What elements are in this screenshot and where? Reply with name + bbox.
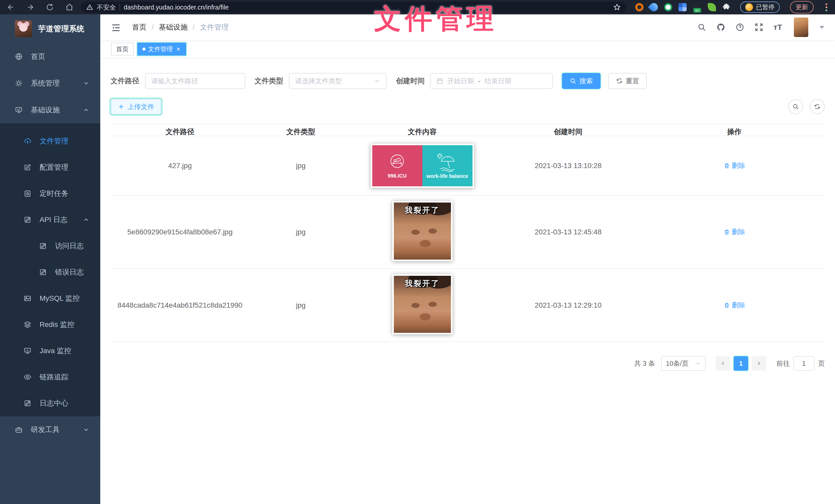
sidebar-item-label: Java 监控 — [40, 346, 71, 356]
meme-caption: 我裂开了 — [394, 205, 451, 216]
extension-on-icon[interactable]: on — [693, 3, 701, 12]
extension-grid-icon[interactable] — [678, 3, 687, 11]
breadcrumb-separator: / — [146, 23, 159, 31]
delete-button[interactable]: 删除 — [724, 228, 745, 236]
col-file-content: 文件内容 — [406, 124, 438, 139]
extension-leaf-icon[interactable] — [708, 3, 716, 11]
sidebar-item-label: 错误日志 — [55, 267, 84, 277]
search-icon[interactable] — [697, 23, 706, 31]
reset-button[interactable]: 重置 — [608, 73, 647, 89]
baby-meme-image: 我裂开了 — [394, 203, 451, 259]
sidebar-item-system[interactable]: 系统管理 — [0, 70, 100, 97]
prev-page-button[interactable] — [716, 356, 730, 371]
sidebar-item-label: 链路追踪 — [40, 372, 68, 382]
profile-paused-pill[interactable]: 已暂停 — [740, 2, 780, 13]
help-icon[interactable] — [735, 23, 744, 31]
sidebar-item-label: 首页 — [31, 52, 45, 61]
beach-umbrella-icon — [434, 152, 461, 172]
path-input[interactable] — [151, 77, 239, 85]
file-type-cell: jpg — [294, 225, 307, 239]
fullscreen-icon[interactable] — [755, 23, 763, 31]
sidebar-item-redis-monitor[interactable]: Redis 监控 — [0, 312, 100, 338]
github-icon[interactable] — [716, 23, 725, 31]
type-select[interactable]: 请选择文件类型 — [289, 73, 387, 89]
delete-button[interactable]: 删除 — [724, 161, 745, 170]
refresh-icon — [616, 78, 623, 84]
sidebar-item-api-log[interactable]: API 日志 — [0, 207, 100, 233]
breadcrumb-home[interactable]: 首页 — [132, 22, 146, 32]
sidebar-item-dev-tools[interactable]: 研发工具 — [0, 416, 100, 443]
forward-icon[interactable] — [26, 3, 35, 11]
close-icon[interactable] — [176, 46, 181, 52]
sidebar-item-scheduled-jobs[interactable]: 定时任务 — [0, 181, 100, 207]
extension-gear-icon[interactable] — [635, 3, 644, 11]
sidebar-item-log-center[interactable]: 日志中心 — [0, 390, 100, 416]
page-size-value: 10条/页 — [666, 359, 689, 368]
search-button[interactable]: 搜索 — [562, 73, 600, 89]
sidebar-item-access-log[interactable]: 访问日志 — [0, 233, 100, 259]
file-content-cell: 我裂开了 — [391, 272, 454, 339]
file-path-cell: 5e8609290e915c4fa8b08e67.jpg — [126, 225, 234, 239]
sidebar-item-config-manage[interactable]: 配置管理 — [0, 154, 100, 181]
breadcrumb-current: 文件管理 — [200, 22, 229, 32]
range-separator: - — [478, 77, 481, 85]
extensions-puzzle-icon[interactable] — [722, 3, 730, 11]
trash-icon — [724, 163, 730, 169]
sidebar-item-tracing[interactable]: 链路追踪 — [0, 364, 100, 390]
file-type-cell: jpg — [294, 159, 307, 172]
breadcrumb-infra[interactable]: 基础设施 — [159, 22, 188, 32]
upload-label: 上传文件 — [127, 102, 154, 111]
logo-avatar — [15, 20, 32, 37]
address-bar[interactable]: 不安全 dashboard.yudao.iocoder.cn/infra/fil… — [81, 2, 627, 13]
font-size-icon[interactable]: тT — [774, 23, 782, 31]
app-logo[interactable]: 芋道管理系统 — [0, 14, 100, 43]
col-file-type: 文件类型 — [285, 124, 317, 139]
extension-drop-icon[interactable] — [648, 1, 659, 13]
delete-button[interactable]: 删除 — [724, 301, 745, 310]
goto-page-input[interactable] — [793, 356, 814, 371]
sidebar-item-label: 日志中心 — [40, 398, 68, 408]
home-icon[interactable] — [65, 3, 74, 11]
browser-menu-icon[interactable] — [824, 2, 828, 12]
file-preview-image[interactable]: 996.ICU work-life balance — [371, 144, 474, 188]
sidebar-item-java-monitor[interactable]: Java 监控 — [0, 338, 100, 364]
tab-file-manage[interactable]: 文件管理 — [137, 43, 186, 56]
refresh-table-button[interactable] — [810, 99, 825, 114]
upload-file-button[interactable]: 上传文件 — [110, 99, 161, 114]
hamburger-icon[interactable] — [111, 23, 121, 31]
toggle-search-button[interactable] — [788, 99, 803, 114]
caret-down-icon[interactable] — [819, 26, 824, 29]
next-page-button[interactable] — [752, 356, 766, 371]
extension-check-icon[interactable] — [664, 3, 672, 11]
sidebar-item-home[interactable]: 首页 — [0, 43, 100, 70]
bookmark-star-icon[interactable] — [613, 3, 621, 11]
sidebar-item-label: 配置管理 — [40, 163, 68, 172]
sidebar-item-infra[interactable]: 基础设施 — [0, 97, 100, 123]
top-navbar: 首页 / 基础设施 / 文件管理 тT — [100, 14, 835, 40]
app-title: 芋道管理系统 — [38, 24, 84, 34]
back-icon[interactable] — [7, 3, 15, 11]
warning-icon — [86, 4, 93, 10]
file-preview-image[interactable]: 我裂开了 — [392, 201, 452, 261]
sidebar-item-file-manage[interactable]: 文件管理 — [0, 128, 100, 154]
date-range-picker[interactable]: 开始日期 - 结束日期 — [430, 73, 553, 89]
chevron-down-icon — [374, 78, 381, 84]
chevron-left-icon — [720, 361, 726, 366]
chevron-right-icon — [756, 361, 762, 366]
calendar-icon — [436, 78, 443, 84]
sidebar-item-error-log[interactable]: 错误日志 — [0, 259, 100, 285]
table-tools — [788, 99, 825, 114]
sidebar-item-mysql-monitor[interactable]: MySQL 监控 — [0, 285, 100, 312]
page-size-select[interactable]: 10条/页 — [661, 356, 706, 371]
file-path-cell: 427.jpg — [167, 159, 193, 172]
file-preview-image[interactable]: 我裂开了 — [392, 274, 452, 334]
reload-icon[interactable] — [46, 3, 54, 11]
tab-label: 文件管理 — [148, 45, 173, 53]
cloud-upload-icon — [24, 137, 32, 145]
update-button[interactable]: 更新 — [790, 1, 814, 13]
user-avatar[interactable] — [794, 18, 808, 37]
tab-home[interactable]: 首页 — [111, 43, 134, 56]
page-1-button[interactable]: 1 — [734, 356, 748, 371]
schedule-icon — [24, 190, 32, 197]
chevron-down-icon — [83, 426, 89, 433]
